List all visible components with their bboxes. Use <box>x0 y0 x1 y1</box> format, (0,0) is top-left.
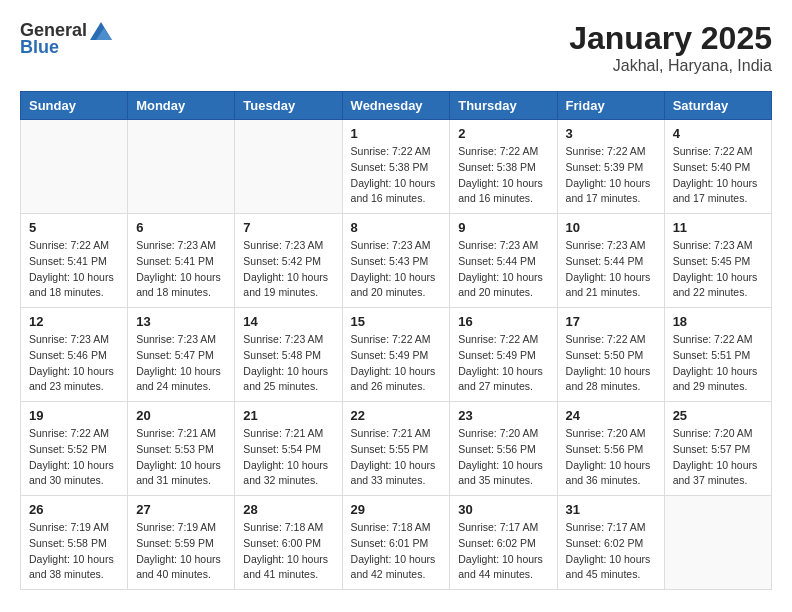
calendar-week-row: 12Sunrise: 7:23 AMSunset: 5:46 PMDayligh… <box>21 308 772 402</box>
day-number: 21 <box>243 408 333 423</box>
day-of-week-header: Monday <box>128 92 235 120</box>
day-info: Sunrise: 7:23 AMSunset: 5:41 PMDaylight:… <box>136 238 226 301</box>
day-of-week-header: Sunday <box>21 92 128 120</box>
day-number: 16 <box>458 314 548 329</box>
day-number: 12 <box>29 314 119 329</box>
calendar-day-cell: 15Sunrise: 7:22 AMSunset: 5:49 PMDayligh… <box>342 308 450 402</box>
day-info: Sunrise: 7:20 AMSunset: 5:56 PMDaylight:… <box>566 426 656 489</box>
day-info: Sunrise: 7:20 AMSunset: 5:57 PMDaylight:… <box>673 426 763 489</box>
day-number: 2 <box>458 126 548 141</box>
calendar-week-row: 19Sunrise: 7:22 AMSunset: 5:52 PMDayligh… <box>21 402 772 496</box>
calendar-subtitle: Jakhal, Haryana, India <box>569 57 772 75</box>
day-number: 11 <box>673 220 763 235</box>
calendar-day-cell: 13Sunrise: 7:23 AMSunset: 5:47 PMDayligh… <box>128 308 235 402</box>
calendar-day-cell: 6Sunrise: 7:23 AMSunset: 5:41 PMDaylight… <box>128 214 235 308</box>
day-info: Sunrise: 7:22 AMSunset: 5:41 PMDaylight:… <box>29 238 119 301</box>
calendar-day-cell: 27Sunrise: 7:19 AMSunset: 5:59 PMDayligh… <box>128 496 235 590</box>
calendar-header-row: SundayMondayTuesdayWednesdayThursdayFrid… <box>21 92 772 120</box>
day-number: 22 <box>351 408 442 423</box>
day-info: Sunrise: 7:22 AMSunset: 5:50 PMDaylight:… <box>566 332 656 395</box>
day-of-week-header: Wednesday <box>342 92 450 120</box>
day-of-week-header: Friday <box>557 92 664 120</box>
day-number: 30 <box>458 502 548 517</box>
calendar-day-cell: 1Sunrise: 7:22 AMSunset: 5:38 PMDaylight… <box>342 120 450 214</box>
day-number: 19 <box>29 408 119 423</box>
calendar-day-cell <box>128 120 235 214</box>
day-info: Sunrise: 7:18 AMSunset: 6:00 PMDaylight:… <box>243 520 333 583</box>
calendar-day-cell: 5Sunrise: 7:22 AMSunset: 5:41 PMDaylight… <box>21 214 128 308</box>
calendar-day-cell <box>664 496 771 590</box>
day-info: Sunrise: 7:20 AMSunset: 5:56 PMDaylight:… <box>458 426 548 489</box>
day-number: 5 <box>29 220 119 235</box>
day-number: 20 <box>136 408 226 423</box>
day-number: 4 <box>673 126 763 141</box>
day-number: 15 <box>351 314 442 329</box>
calendar-week-row: 5Sunrise: 7:22 AMSunset: 5:41 PMDaylight… <box>21 214 772 308</box>
day-number: 8 <box>351 220 442 235</box>
day-info: Sunrise: 7:23 AMSunset: 5:46 PMDaylight:… <box>29 332 119 395</box>
day-number: 29 <box>351 502 442 517</box>
day-info: Sunrise: 7:19 AMSunset: 5:58 PMDaylight:… <box>29 520 119 583</box>
calendar-week-row: 1Sunrise: 7:22 AMSunset: 5:38 PMDaylight… <box>21 120 772 214</box>
calendar-day-cell: 17Sunrise: 7:22 AMSunset: 5:50 PMDayligh… <box>557 308 664 402</box>
day-info: Sunrise: 7:23 AMSunset: 5:42 PMDaylight:… <box>243 238 333 301</box>
calendar-day-cell: 16Sunrise: 7:22 AMSunset: 5:49 PMDayligh… <box>450 308 557 402</box>
day-info: Sunrise: 7:22 AMSunset: 5:49 PMDaylight:… <box>458 332 548 395</box>
calendar-day-cell: 14Sunrise: 7:23 AMSunset: 5:48 PMDayligh… <box>235 308 342 402</box>
logo: General Blue <box>20 20 112 58</box>
day-info: Sunrise: 7:23 AMSunset: 5:48 PMDaylight:… <box>243 332 333 395</box>
day-number: 13 <box>136 314 226 329</box>
calendar-day-cell: 21Sunrise: 7:21 AMSunset: 5:54 PMDayligh… <box>235 402 342 496</box>
day-number: 23 <box>458 408 548 423</box>
day-number: 10 <box>566 220 656 235</box>
day-number: 31 <box>566 502 656 517</box>
page-header: General Blue January 2025 Jakhal, Haryan… <box>20 20 772 75</box>
calendar-day-cell: 26Sunrise: 7:19 AMSunset: 5:58 PMDayligh… <box>21 496 128 590</box>
calendar-day-cell: 20Sunrise: 7:21 AMSunset: 5:53 PMDayligh… <box>128 402 235 496</box>
day-number: 25 <box>673 408 763 423</box>
logo-blue-text: Blue <box>20 37 59 58</box>
day-info: Sunrise: 7:22 AMSunset: 5:40 PMDaylight:… <box>673 144 763 207</box>
day-info: Sunrise: 7:22 AMSunset: 5:39 PMDaylight:… <box>566 144 656 207</box>
calendar-day-cell: 22Sunrise: 7:21 AMSunset: 5:55 PMDayligh… <box>342 402 450 496</box>
day-number: 28 <box>243 502 333 517</box>
day-number: 26 <box>29 502 119 517</box>
day-of-week-header: Thursday <box>450 92 557 120</box>
day-info: Sunrise: 7:22 AMSunset: 5:38 PMDaylight:… <box>351 144 442 207</box>
calendar-day-cell: 25Sunrise: 7:20 AMSunset: 5:57 PMDayligh… <box>664 402 771 496</box>
day-info: Sunrise: 7:22 AMSunset: 5:38 PMDaylight:… <box>458 144 548 207</box>
day-info: Sunrise: 7:18 AMSunset: 6:01 PMDaylight:… <box>351 520 442 583</box>
calendar-day-cell: 3Sunrise: 7:22 AMSunset: 5:39 PMDaylight… <box>557 120 664 214</box>
calendar-day-cell: 10Sunrise: 7:23 AMSunset: 5:44 PMDayligh… <box>557 214 664 308</box>
day-info: Sunrise: 7:23 AMSunset: 5:43 PMDaylight:… <box>351 238 442 301</box>
calendar-day-cell: 28Sunrise: 7:18 AMSunset: 6:00 PMDayligh… <box>235 496 342 590</box>
calendar-day-cell <box>235 120 342 214</box>
day-number: 7 <box>243 220 333 235</box>
day-info: Sunrise: 7:21 AMSunset: 5:53 PMDaylight:… <box>136 426 226 489</box>
day-number: 14 <box>243 314 333 329</box>
calendar-day-cell <box>21 120 128 214</box>
day-of-week-header: Saturday <box>664 92 771 120</box>
calendar-day-cell: 8Sunrise: 7:23 AMSunset: 5:43 PMDaylight… <box>342 214 450 308</box>
day-number: 9 <box>458 220 548 235</box>
day-info: Sunrise: 7:17 AMSunset: 6:02 PMDaylight:… <box>566 520 656 583</box>
day-info: Sunrise: 7:22 AMSunset: 5:51 PMDaylight:… <box>673 332 763 395</box>
calendar-day-cell: 18Sunrise: 7:22 AMSunset: 5:51 PMDayligh… <box>664 308 771 402</box>
title-block: January 2025 Jakhal, Haryana, India <box>569 20 772 75</box>
day-info: Sunrise: 7:19 AMSunset: 5:59 PMDaylight:… <box>136 520 226 583</box>
calendar-table: SundayMondayTuesdayWednesdayThursdayFrid… <box>20 91 772 590</box>
calendar-day-cell: 31Sunrise: 7:17 AMSunset: 6:02 PMDayligh… <box>557 496 664 590</box>
day-info: Sunrise: 7:22 AMSunset: 5:49 PMDaylight:… <box>351 332 442 395</box>
calendar-title: January 2025 <box>569 20 772 57</box>
calendar-day-cell: 23Sunrise: 7:20 AMSunset: 5:56 PMDayligh… <box>450 402 557 496</box>
calendar-week-row: 26Sunrise: 7:19 AMSunset: 5:58 PMDayligh… <box>21 496 772 590</box>
calendar-day-cell: 11Sunrise: 7:23 AMSunset: 5:45 PMDayligh… <box>664 214 771 308</box>
day-info: Sunrise: 7:23 AMSunset: 5:47 PMDaylight:… <box>136 332 226 395</box>
calendar-day-cell: 4Sunrise: 7:22 AMSunset: 5:40 PMDaylight… <box>664 120 771 214</box>
calendar-day-cell: 9Sunrise: 7:23 AMSunset: 5:44 PMDaylight… <box>450 214 557 308</box>
calendar-day-cell: 7Sunrise: 7:23 AMSunset: 5:42 PMDaylight… <box>235 214 342 308</box>
day-info: Sunrise: 7:23 AMSunset: 5:45 PMDaylight:… <box>673 238 763 301</box>
day-info: Sunrise: 7:21 AMSunset: 5:55 PMDaylight:… <box>351 426 442 489</box>
day-info: Sunrise: 7:22 AMSunset: 5:52 PMDaylight:… <box>29 426 119 489</box>
calendar-day-cell: 29Sunrise: 7:18 AMSunset: 6:01 PMDayligh… <box>342 496 450 590</box>
